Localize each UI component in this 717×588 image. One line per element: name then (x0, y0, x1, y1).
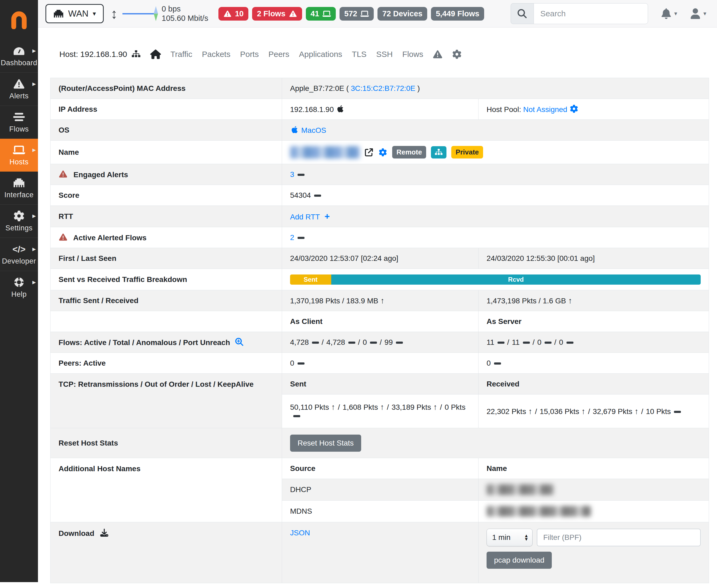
search-input[interactable] (534, 3, 648, 24)
alert-icon (289, 10, 297, 17)
row-flows: Flows: Active / Total / Anomalous / Port… (50, 332, 709, 353)
host-details-table: (Router/AccessPoint) MAC Address Apple_B… (50, 78, 709, 583)
mac-value-cell: Apple_B7:72:0E ( 3C:15:C2:B7:72:0E ) (282, 78, 709, 99)
ip-value-cell: 192.168.1.90 (282, 99, 478, 120)
ntopng-logo[interactable] (0, 0, 38, 40)
user-menu[interactable]: ▾ (690, 8, 706, 19)
mac-address-link[interactable]: 3C:15:C2:B7:72:0E (351, 84, 415, 92)
peers-server-value: 0 (478, 353, 709, 374)
devices-badge[interactable]: 72 Devices (377, 7, 427, 21)
network-badge[interactable] (431, 146, 447, 159)
download-label-cell: Download (50, 522, 282, 583)
tab-home[interactable] (150, 49, 161, 59)
tab-ports[interactable]: Ports (240, 50, 259, 59)
row-tcp-header: TCP: Retransmissions / Out of Order / Lo… (50, 374, 709, 395)
sidebar-item-hosts[interactable]: Hosts ▸ (0, 139, 38, 172)
bpf-filter-input[interactable] (537, 529, 701, 546)
peers-client-value: 0 (282, 353, 478, 374)
throughput-bps: 0 bps (162, 4, 208, 14)
traffic-received-value: 1,473,198 Pkts / 1.6 GB↑ (478, 290, 709, 311)
traffic-sent-received-label: Traffic Sent / Received (50, 290, 282, 311)
gear-icon (13, 211, 25, 221)
laptop-icon (13, 145, 25, 155)
sidebar-item-settings[interactable]: Settings ▸ (0, 205, 38, 238)
os-link[interactable]: MacOS (301, 126, 326, 134)
redacted-host-name (290, 146, 360, 159)
as-client-header: As Client (282, 311, 478, 332)
json-download-link[interactable]: JSON (290, 529, 310, 537)
plus-icon[interactable]: + (325, 211, 330, 221)
row-client-server-header: As Client As Server (50, 311, 709, 332)
ethernet-icon (53, 9, 64, 18)
engaged-alerts-label: Engaged Alerts (74, 170, 128, 179)
sidebar-item-help[interactable]: Help ▸ (0, 271, 38, 304)
redacted-mdns-name (487, 506, 591, 517)
active-alerted-flows-value[interactable]: 2 (282, 227, 709, 248)
tab-ssh[interactable]: SSH (376, 50, 393, 59)
active-alerted-flows-label: Active Alerted Flows (73, 234, 146, 242)
first-seen-value: 24/03/2020 12:53:07 [02:24 ago] (282, 248, 478, 269)
alert-icon (223, 10, 232, 17)
ethernet-icon (13, 177, 25, 188)
alert-icon (13, 79, 25, 89)
sidebar-item-label: Interface (4, 191, 34, 199)
engaged-alerts-badge[interactable]: 10 (219, 7, 248, 21)
sidebar-item-interface[interactable]: Interface (0, 172, 38, 205)
host-pool-link[interactable]: Not Assigned (523, 105, 567, 113)
tab-traffic[interactable]: Traffic (170, 50, 192, 59)
caret-down-icon: ▾ (93, 10, 96, 17)
reset-host-stats-button[interactable]: Reset Host Stats (290, 435, 361, 452)
external-link-icon[interactable] (364, 148, 373, 156)
row-traffic-sent-received: Traffic Sent / Received 1,370,198 Pkts /… (50, 290, 709, 311)
pcap-controls: 1 min ▲▼ (487, 529, 701, 546)
sidebar-item-dashboard[interactable]: Dashboard ▸ (0, 40, 38, 72)
gear-icon[interactable] (378, 148, 387, 156)
name-header: Name (478, 458, 709, 479)
row-first-last-seen: First / Last Seen 24/03/2020 12:53:07 [0… (50, 248, 709, 269)
tab-peers[interactable]: Peers (268, 50, 289, 59)
sidebar-item-alerts[interactable]: Alerts ▸ (0, 72, 38, 106)
sidebar-item-label: Dashboard (1, 59, 37, 67)
tab-alerts-icon[interactable] (433, 50, 443, 59)
interface-selector[interactable]: WAN ▾ (45, 4, 104, 23)
remote-hosts-badge[interactable]: 572 (340, 7, 374, 21)
local-hosts-badge[interactable]: 41 (306, 7, 336, 21)
source-header: Source (282, 458, 478, 479)
tab-packets[interactable]: Packets (202, 50, 230, 59)
select-spinner-icon: ▲▼ (524, 534, 529, 541)
search-group (511, 3, 648, 24)
additional-host-names-label: Additional Host Names (50, 458, 282, 522)
tcp-sent-header: Sent (282, 374, 478, 395)
sitemap-icon[interactable] (131, 50, 141, 59)
flows-badge[interactable]: 5,449 Flows (431, 7, 484, 21)
tab-settings-icon[interactable] (452, 50, 462, 59)
pcap-download-button[interactable]: pcap download (487, 552, 552, 569)
row-score: Score 54304 (50, 185, 709, 206)
tcp-label: TCP: Retransmissions / Out of Order / Lo… (50, 374, 282, 428)
duration-select[interactable]: 1 min ▲▼ (487, 529, 533, 546)
status-badges: 10 2 Flows 41 572 72 Devices 5,449 Flows (219, 7, 484, 21)
private-badge: Private (451, 146, 483, 159)
search-plus-icon[interactable] (235, 338, 244, 346)
tab-flows[interactable]: Flows (402, 50, 423, 59)
add-rtt-link[interactable]: Add RTT (290, 213, 320, 221)
tab-applications[interactable]: Applications (299, 50, 342, 59)
traffic-breakdown-label: Sent vs Received Traffic Breakdown (50, 269, 282, 290)
row-rtt: RTT Add RTT + (50, 206, 709, 227)
as-server-header: As Server (478, 311, 709, 332)
gear-icon[interactable] (569, 105, 578, 113)
host-title: Host: 192.168.1.90 (59, 50, 141, 59)
mac-label: (Router/AccessPoint) MAC Address (50, 78, 282, 99)
badge-count: 10 (235, 9, 244, 18)
alerted-flows-badge[interactable]: 2 Flows (252, 7, 302, 21)
row-peers: Peers: Active 0 0 (50, 353, 709, 374)
sidebar-item-developer[interactable]: </> Developer ▸ (0, 238, 38, 271)
notifications-menu[interactable]: ▾ (661, 8, 677, 19)
row-active-alerted-flows: Active Alerted Flows 2 (50, 227, 709, 248)
host-title-label: Host: 192.168.1.90 (59, 50, 127, 59)
sidebar-item-flows[interactable]: Flows (0, 106, 38, 139)
engaged-alerts-value[interactable]: 3 (282, 164, 709, 185)
rtt-label: RTT (50, 206, 282, 227)
last-seen-value: 24/03/2020 12:55:30 [00:01 ago] (478, 248, 709, 269)
tab-tls[interactable]: TLS (352, 50, 367, 59)
